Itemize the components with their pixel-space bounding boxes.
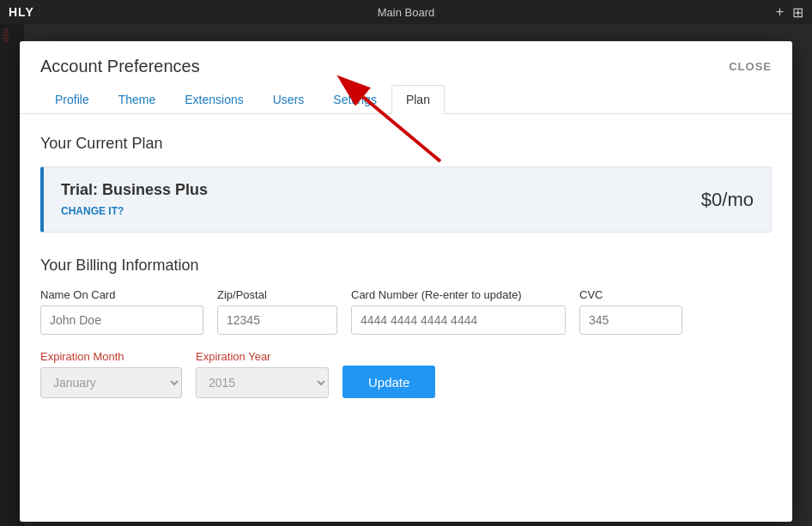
modal-header: Account Preferences CLOSE — [20, 41, 792, 85]
tab-plan[interactable]: Plan — [391, 85, 445, 114]
top-bar-actions: + ⊞ — [776, 4, 803, 21]
top-bar-title: Main Board — [378, 6, 434, 19]
zip-input[interactable] — [217, 305, 337, 335]
cvc-input[interactable] — [579, 305, 682, 335]
billing-row-1: Name On Card Zip/Postal Card Number (Re-… — [40, 288, 772, 335]
cvc-group: CVC — [579, 288, 682, 335]
zip-label: Zip/Postal — [217, 288, 337, 301]
year-group: Expiration Year 2015 2016 2017 2018 2019… — [196, 350, 329, 398]
plan-name: Trial: Business Plus — [61, 181, 208, 199]
name-input[interactable] — [40, 305, 203, 335]
cvc-label: CVC — [579, 288, 682, 301]
card-input[interactable] — [351, 305, 566, 335]
tab-extensions[interactable]: Extensions — [170, 85, 258, 114]
card-label: Card Number (Re-enter to update) — [351, 288, 566, 301]
update-group: Update — [342, 366, 435, 398]
name-group: Name On Card — [40, 288, 203, 335]
modal-title: Account Preferences — [40, 57, 200, 76]
tab-theme[interactable]: Theme — [104, 85, 171, 114]
app-logo: HLY — [9, 5, 34, 19]
month-select[interactable]: January February March April May June Ju… — [40, 367, 182, 398]
top-bar: HLY Main Board + ⊞ — [0, 0, 812, 24]
close-button[interactable]: CLOSE — [729, 60, 772, 73]
current-plan-title: Your Current Plan — [40, 135, 772, 153]
grid-icon[interactable]: ⊞ — [792, 4, 803, 21]
plan-price: $0/mo — [701, 189, 754, 211]
plan-box: Trial: Business Plus CHANGE IT? $0/mo — [40, 166, 772, 233]
year-select[interactable]: 2015 2016 2017 2018 2019 2020 — [196, 367, 329, 398]
tab-users[interactable]: Users — [258, 85, 319, 114]
account-preferences-modal: Account Preferences CLOSE Profile Theme … — [20, 41, 792, 522]
billing-title: Your Billing Information — [40, 257, 772, 275]
card-group: Card Number (Re-enter to update) — [351, 288, 566, 335]
billing-row-2: Expiration Month January February March … — [40, 350, 772, 398]
update-button[interactable]: Update — [342, 366, 435, 398]
modal-body: Your Current Plan Trial: Business Plus C… — [20, 114, 792, 434]
name-label: Name On Card — [40, 288, 203, 301]
plan-info: Trial: Business Plus CHANGE IT? — [61, 181, 208, 218]
tabs-container: Profile Theme Extensions Users Settings … — [20, 85, 792, 114]
change-plan-link[interactable]: CHANGE IT? — [61, 205, 124, 217]
month-group: Expiration Month January February March … — [40, 350, 182, 398]
month-label: Expiration Month — [40, 350, 182, 363]
modal-overlay: Account Preferences CLOSE Profile Theme … — [0, 24, 812, 526]
tab-profile[interactable]: Profile — [40, 85, 104, 114]
add-icon[interactable]: + — [776, 4, 784, 21]
tab-settings[interactable]: Settings — [318, 85, 391, 114]
zip-group: Zip/Postal — [217, 288, 337, 335]
year-label: Expiration Year — [196, 350, 329, 363]
